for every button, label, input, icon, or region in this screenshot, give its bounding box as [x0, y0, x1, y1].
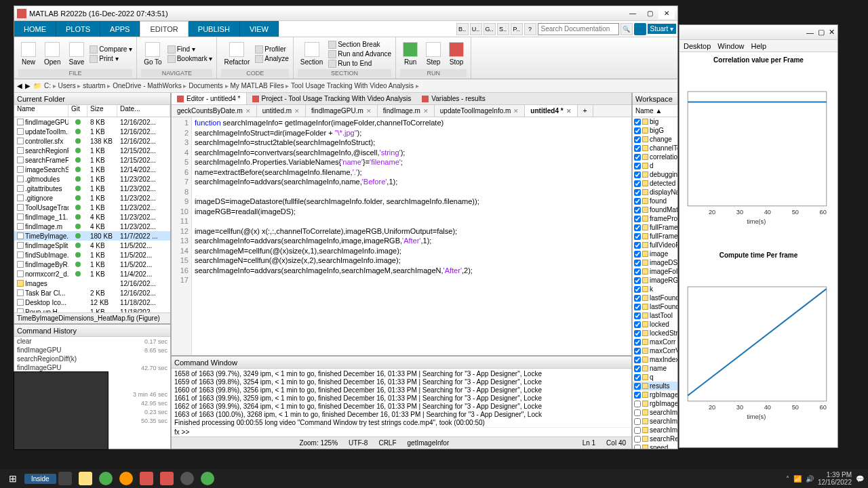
workspace-variable[interactable]: maxCorrValu — [633, 346, 677, 355]
taskbar-app[interactable] — [77, 471, 94, 486]
ws-checkbox[interactable] — [634, 418, 641, 425]
user-avatar[interactable] — [634, 23, 646, 35]
current-folder-title[interactable]: Current Folder — [14, 93, 170, 105]
taskbar-app[interactable] — [138, 471, 155, 486]
file-row[interactable]: TimeByImage...180 KB11/7/2022 ... — [14, 231, 170, 241]
file-row[interactable]: findImage_11...4 KB11/23/202... — [14, 212, 170, 222]
nav-fwd-icon[interactable]: ▶ — [25, 82, 31, 89]
ws-checkbox[interactable] — [634, 119, 641, 125]
taskbar-app[interactable] — [56, 471, 74, 486]
workspace-variable[interactable]: displayName — [633, 188, 677, 197]
workspace-variable[interactable]: q — [633, 373, 677, 382]
workspace-variable[interactable]: k — [633, 285, 677, 293]
add-tab-button[interactable]: + — [578, 105, 593, 117]
file-row[interactable]: normxcorr2_d...1 KB11/4/202... — [14, 269, 170, 279]
document-tab[interactable]: Variables - results — [416, 93, 490, 104]
taskbar-app[interactable] — [117, 471, 135, 486]
section-break-button[interactable]: Section Break — [328, 40, 391, 49]
ws-checkbox[interactable] — [634, 427, 641, 434]
file-header[interactable]: Name Git Size Date... — [14, 105, 170, 117]
ws-checkbox[interactable] — [634, 321, 641, 328]
workspace-variable[interactable]: maxCorr — [633, 338, 677, 346]
breadcrumb-item[interactable]: C: — [44, 82, 51, 89]
workspace-variable[interactable]: searchRegion — [633, 434, 677, 443]
file-row[interactable]: imageSearchS...1 KB12/14/202... — [14, 165, 170, 174]
tray-icon[interactable]: 📶 — [793, 475, 802, 483]
workspace-title[interactable]: Workspace — [633, 93, 677, 105]
fig-minimize-button[interactable]: — — [806, 28, 814, 37]
file-tab[interactable]: findImage.m✕ — [378, 105, 435, 117]
chart1-plot[interactable]: 2030405060 time(s) — [681, 66, 833, 249]
qa-btn[interactable]: U.. — [470, 23, 482, 35]
file-row[interactable]: Images12/16/202... — [14, 279, 170, 288]
ws-checkbox[interactable] — [634, 445, 641, 449]
qa-help-icon[interactable]: ? — [524, 23, 536, 35]
new-button[interactable]: New — [18, 39, 39, 69]
minimize-button[interactable]: — — [625, 8, 641, 19]
file-list[interactable]: findImageGPU...8 KB12/16/202...updateToo… — [14, 117, 170, 312]
workspace-variable[interactable]: searchImage — [633, 408, 677, 417]
goto-button[interactable]: Go To — [141, 39, 165, 69]
menu-desktop[interactable]: Desktop — [684, 42, 711, 50]
workspace-variable[interactable]: maxIndex — [633, 355, 677, 364]
nav-back-icon[interactable]: ◀ — [17, 82, 22, 89]
refactor-button[interactable]: Refactor — [221, 39, 252, 69]
workspace-variable[interactable]: rgbImageAll — [633, 390, 677, 399]
workspace-variable[interactable]: frameProcess — [633, 214, 677, 223]
workspace-variables[interactable]: bigbigGchangechannelToCocorrelationOudde… — [633, 117, 677, 449]
workspace-variable[interactable]: imageDS — [633, 258, 677, 267]
open-button[interactable]: Open — [41, 39, 63, 69]
taskbar-app[interactable] — [199, 471, 216, 486]
ws-checkbox[interactable] — [634, 277, 641, 284]
workspace-variable[interactable]: speed — [633, 443, 677, 449]
workspace-variable[interactable]: found — [633, 197, 677, 205]
ws-checkbox[interactable] — [634, 145, 641, 152]
menu-window[interactable]: Window — [717, 42, 744, 50]
workspace-variable[interactable]: name — [633, 364, 677, 373]
command-window-output[interactable]: 1658 of 1663 (99.7%), 3249 ipm, < 1 min … — [172, 369, 631, 427]
inside-button[interactable]: Inside — [24, 474, 56, 484]
file-row[interactable]: findSubImage...1 KB11/5/202... — [14, 250, 170, 260]
workspace-variable[interactable]: lastTool — [633, 311, 677, 320]
ribbon-tab-plots[interactable]: PLOTS — [56, 21, 100, 37]
ws-checkbox[interactable] — [634, 136, 641, 143]
workspace-variable[interactable]: rgbImageAll_ — [633, 399, 677, 408]
document-tab[interactable]: Editor - untitled4 * — [172, 93, 247, 104]
system-clock[interactable]: 1:39 PM 12/16/2022 — [818, 471, 852, 486]
file-row[interactable]: .gitattributes1 KB11/23/202... — [14, 184, 170, 193]
ws-checkbox[interactable] — [634, 374, 641, 381]
workspace-variable[interactable]: big — [633, 117, 677, 126]
section-button[interactable]: Section — [298, 39, 326, 69]
user-menu[interactable]: Stuart ▾ — [648, 24, 676, 34]
workspace-variable[interactable]: locked — [633, 320, 677, 329]
bookmark-button[interactable]: Bookmark ▾ — [167, 54, 213, 64]
start-button[interactable]: ⊞ — [4, 471, 22, 486]
ws-checkbox[interactable] — [634, 233, 641, 240]
close-tab-icon[interactable]: ✕ — [513, 108, 519, 115]
address-bar[interactable]: ◀ ▶ 📁 C: ▸ Users ▸ stuartm ▸ OneDrive - … — [14, 79, 677, 93]
qa-btn[interactable]: S.. — [497, 23, 509, 35]
ws-checkbox[interactable] — [634, 365, 641, 372]
ribbon-tab-editor[interactable]: EDITOR — [140, 21, 188, 37]
step-button[interactable]: Step — [423, 39, 443, 69]
run-to-end-button[interactable]: Run to End — [328, 59, 391, 68]
ribbon-tab-apps[interactable]: APPS — [100, 21, 140, 37]
ws-checkbox[interactable] — [634, 383, 641, 390]
workspace-variable[interactable]: lockedStr — [633, 329, 677, 338]
print-button[interactable]: Print ▾ — [90, 54, 132, 64]
workspace-variable[interactable]: imageRGB — [633, 276, 677, 285]
taskbar-app[interactable] — [97, 471, 115, 486]
taskbar-app[interactable] — [158, 471, 176, 486]
history-item[interactable]: clear0.17 sec — [14, 337, 170, 346]
workspace-variable[interactable]: debugging — [633, 170, 677, 179]
workspace-variable[interactable]: d — [633, 161, 677, 170]
workspace-variable[interactable]: searchImageI — [633, 417, 677, 426]
workspace-variable[interactable]: foundMatche — [633, 205, 677, 214]
ws-checkbox[interactable] — [634, 216, 641, 222]
workspace-variable[interactable]: searchImage — [633, 426, 677, 434]
folder-icon[interactable]: 📁 — [33, 82, 41, 89]
workspace-variable[interactable]: imageFolder — [633, 267, 677, 276]
stop-button[interactable]: Stop — [446, 39, 467, 69]
ws-checkbox[interactable] — [634, 242, 641, 249]
notification-icon[interactable]: 💬 — [856, 475, 864, 483]
